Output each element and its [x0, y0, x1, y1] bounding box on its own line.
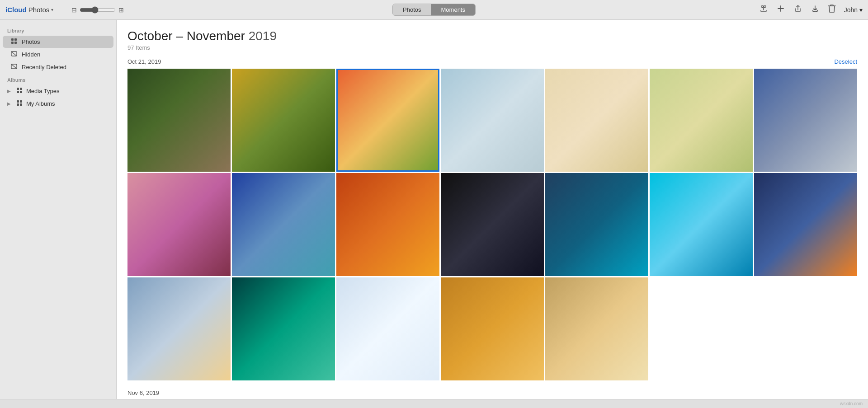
upload-icon[interactable] [759, 4, 768, 15]
topbar: iCloud Photos ▾ ⊟ ⊞ Photos Moments [0, 0, 868, 20]
photo-grid-row3 [127, 277, 857, 380]
svg-rect-14 [17, 100, 19, 103]
photo-item[interactable] [650, 173, 753, 276]
library-section-label: Library [0, 24, 116, 35]
photo-item[interactable] [754, 69, 857, 172]
photo-item[interactable] [336, 173, 439, 276]
sidebar-item-hidden[interactable]: Hidden [3, 48, 113, 61]
photo-item[interactable] [232, 277, 335, 380]
item-count: 97 Items [127, 44, 857, 51]
media-types-label: Media Types [26, 88, 59, 94]
date-section-oct21: Oct 21, 2019 Deselect [127, 58, 857, 380]
photo-item[interactable] [127, 277, 231, 380]
content-area: October – November 2019 97 Items Oct 21,… [117, 20, 868, 399]
photo-placeholder [650, 277, 753, 380]
svg-rect-3 [14, 38, 17, 41]
zoom-slider[interactable] [80, 6, 116, 14]
icloud-text: iCloud [5, 6, 27, 14]
user-name[interactable]: John ▾ [844, 6, 863, 14]
photo-item[interactable] [545, 173, 648, 276]
sidebar-photos-label: Photos [22, 38, 40, 45]
grid-small-icon: ⊟ [71, 6, 77, 14]
date-label-oct21: Oct 21, 2019 [127, 58, 161, 65]
albums-section-label: Albums [0, 74, 116, 84]
my-albums-folder-icon [15, 100, 24, 108]
hidden-icon [10, 51, 18, 58]
svg-line-9 [11, 64, 17, 69]
svg-rect-11 [20, 88, 22, 90]
svg-rect-10 [17, 88, 19, 90]
date-row: Oct 21, 2019 Deselect [127, 58, 857, 65]
photo-grid-row1 [127, 69, 857, 172]
svg-rect-13 [20, 91, 22, 93]
date-row-nov6: Nov 6, 2019 [127, 389, 857, 396]
my-albums-chevron-icon: ▶ [7, 101, 13, 106]
photo-item[interactable] [441, 173, 544, 276]
photo-item[interactable] [232, 69, 335, 172]
svg-rect-2 [11, 38, 14, 41]
logo: iCloud Photos ▾ [5, 6, 53, 14]
svg-rect-16 [17, 103, 19, 106]
photo-item[interactable] [336, 277, 439, 380]
title-months: October – November [127, 29, 245, 43]
photo-placeholder [754, 277, 857, 380]
svg-rect-5 [14, 42, 17, 44]
main-layout: Library Photos Hidden [0, 20, 868, 399]
recently-deleted-icon [10, 63, 18, 71]
sidebar-item-photos[interactable]: Photos [3, 36, 113, 48]
svg-rect-15 [20, 100, 22, 103]
photo-grid-row2 [127, 173, 857, 276]
photo-item[interactable] [232, 173, 335, 276]
photo-item[interactable] [441, 277, 544, 380]
deselect-button[interactable]: Deselect [834, 58, 857, 65]
view-tabs: Photos Moments [392, 4, 476, 16]
content-header: October – November 2019 97 Items [127, 29, 857, 51]
photo-item[interactable] [127, 173, 231, 276]
svg-line-7 [11, 52, 17, 56]
photo-item[interactable] [336, 69, 439, 172]
grid-large-icon: ⊞ [118, 6, 124, 14]
my-albums-label: My Albums [26, 100, 55, 107]
watermark: wsxdn.com [840, 401, 863, 406]
photo-item[interactable] [441, 69, 544, 172]
tab-photos[interactable]: Photos [393, 4, 431, 15]
photos-icon [10, 38, 18, 46]
svg-rect-12 [17, 91, 19, 93]
photo-item[interactable] [545, 69, 648, 172]
trash-icon[interactable] [828, 4, 836, 15]
download-icon[interactable] [811, 4, 820, 15]
date-section-nov6: Nov 6, 2019 [127, 389, 857, 399]
sidebar-item-media-types[interactable]: ▶ Media Types [3, 85, 113, 97]
sidebar-item-my-albums[interactable]: ▶ My Albums [3, 98, 113, 110]
logo-chevron-icon[interactable]: ▾ [51, 7, 53, 12]
add-icon[interactable] [776, 4, 785, 15]
photo-item[interactable] [754, 173, 857, 276]
share-icon[interactable] [793, 4, 802, 15]
topbar-actions: John ▾ [759, 4, 863, 15]
media-types-folder-icon [15, 87, 24, 95]
sidebar-hidden-label: Hidden [22, 51, 40, 58]
title-year: 2019 [249, 29, 277, 43]
sidebar: Library Photos Hidden [0, 20, 117, 399]
svg-rect-4 [11, 42, 14, 44]
photo-item[interactable] [545, 277, 648, 380]
photo-item[interactable] [127, 69, 231, 172]
zoom-control: ⊟ ⊞ [71, 6, 124, 14]
photos-text: Photos [28, 6, 50, 14]
bottom-bar: wsxdn.com [0, 399, 868, 408]
sidebar-recently-deleted-label: Recently Deleted [22, 64, 66, 70]
date-label-nov6: Nov 6, 2019 [127, 389, 159, 396]
sidebar-item-recently-deleted[interactable]: Recently Deleted [3, 61, 113, 73]
page-title: October – November 2019 [127, 29, 857, 43]
svg-rect-17 [20, 103, 22, 106]
photo-item[interactable] [650, 69, 753, 172]
tab-moments[interactable]: Moments [431, 4, 475, 15]
media-types-chevron-icon: ▶ [7, 89, 13, 94]
